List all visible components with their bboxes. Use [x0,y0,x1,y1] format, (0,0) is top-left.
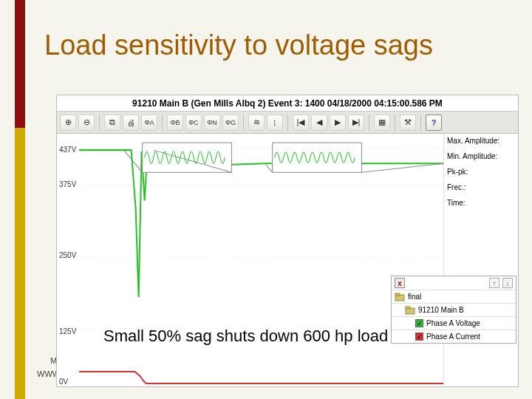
phase-c-button[interactable]: ΦC [185,115,202,131]
legend-root-label: final [408,293,421,301]
phase-n-button[interactable]: ΦN [204,115,220,131]
readout-max-amplitude: Max. Amplitude: [447,137,515,145]
window-title: 91210 Main B (Gen Mills Albq 2) Event 3:… [57,95,518,112]
ytick-label: 0V [59,378,68,386]
ytick-label: 250V [59,251,76,259]
toolbar-separator [369,115,369,131]
chart-view2-button[interactable]: ⫶ [267,115,283,131]
legend-checkbox-current[interactable]: ✓ [415,332,423,341]
waveform-plot[interactable]: 437V 375V 250V 125V 0V [57,134,444,386]
zoom-out-button[interactable]: ⊖ [78,115,95,131]
copy-button[interactable]: ⧉ [104,115,120,131]
nav-first-button[interactable]: |◀ [293,115,309,131]
toolbar: ⊕ ⊖ ⧉ 🖨 ΦA ΦB ΦC ΦN ΦG ≋ ⫶ |◀ ◀ ▶ ▶| ▦ ⚒… [57,112,518,134]
readout-pkpk: Pk-pk: [447,168,515,176]
toolbar-separator [99,115,100,131]
phase-a-script-button[interactable]: ΦA [141,115,157,131]
legend-close-button[interactable]: x [395,278,405,288]
legend-node-label: 91210 Main B [418,306,464,314]
slide-title: Load sensitivity to voltage sags [44,31,433,61]
folder-icon [405,306,415,315]
svg-rect-11 [395,293,400,296]
tools-button[interactable]: ⚒ [400,115,416,131]
svg-line-9 [361,163,443,172]
nav-prev-button[interactable]: ◀ [311,115,327,131]
svg-rect-4 [143,143,232,172]
ytick-label: 375V [59,180,76,188]
legend-series-b: Phase A Current [426,332,480,341]
legend-up-button[interactable]: ↑ [489,278,499,288]
toolbar-separator [243,115,244,131]
slide-annotation: Small 50% sag shuts down 600 hp load [103,327,388,346]
waveform-svg [57,134,443,386]
help-button[interactable]: ? [426,115,442,131]
legend-panel[interactable]: x ↑ ↓ final 91210 Main B [391,276,516,344]
folder-icon [395,293,405,301]
toolbar-separator [395,115,395,131]
readout-frec: Frec.: [447,183,515,191]
legend-series-a: Phase A Voltage [426,319,480,327]
svg-rect-5 [273,143,362,172]
grid-button[interactable]: ▦ [374,115,390,131]
svg-rect-13 [406,307,410,309]
phase-b-button[interactable]: ΦB [167,115,183,131]
chart-view1-button[interactable]: ≋ [248,115,265,131]
nav-last-button[interactable]: ▶| [348,115,364,131]
slide-accent-bar [15,0,25,399]
legend-down-button[interactable]: ↓ [502,278,513,288]
toolbar-separator [420,115,421,131]
phase-g-button[interactable]: ΦG [222,115,239,131]
ytick-label: 125V [59,327,76,335]
readout-panel: Max. Amplitude: Min. Amplitude: Pk-pk: F… [444,134,518,386]
print-button[interactable]: 🖨 [123,115,139,131]
readout-time: Time: [447,199,515,207]
nav-next-button[interactable]: ▶ [330,115,346,131]
toolbar-separator [287,115,288,131]
zoom-in-button[interactable]: ⊕ [60,115,76,131]
toolbar-separator [162,115,163,131]
readout-min-amplitude: Min. Amplitude: [447,152,515,160]
ytick-label: 437V [59,145,76,153]
svg-line-8 [265,163,273,172]
legend-checkbox-voltage[interactable]: ✓ [415,319,423,327]
